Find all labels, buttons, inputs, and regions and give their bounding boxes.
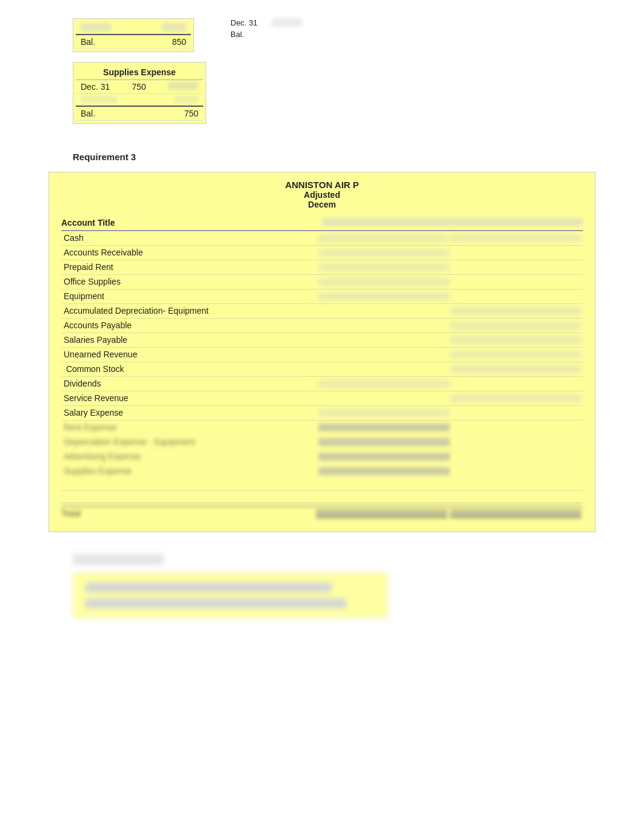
atb-row-advertising-expense: Advertising Expense: [61, 450, 583, 464]
credit-equipment: [451, 291, 583, 302]
credit-dividends: [451, 379, 583, 389]
credit-accum-depr: [450, 307, 582, 315]
total-credit: [450, 510, 582, 518]
credit-unearned-revenue: [450, 351, 582, 359]
atb-column-headers: Account Title: [61, 214, 583, 231]
account-name-accum-depr: Accumulated Depreciation- Equipment: [61, 306, 317, 316]
account-name-salary-expense: Salary Expense: [61, 408, 317, 418]
atb-row-supplies-expense: Supplies Expense: [61, 464, 583, 479]
debit-ap: [317, 320, 449, 331]
credit-common-stock: [450, 365, 582, 373]
atb-total-row: Total: [61, 505, 583, 519]
left-t-account: Bal. 850: [73, 18, 194, 52]
credit-salary-expense: [451, 408, 583, 418]
debit-unearned-revenue: [317, 350, 449, 360]
atb-header: ANNISTON AIR P Adjusted Decem: [61, 180, 583, 209]
requirement4-box: [73, 572, 388, 618]
bal-row-right: Bal.: [230, 30, 302, 39]
account-name-service-revenue: Service Revenue: [61, 393, 317, 404]
bal-val-right: [272, 30, 302, 39]
credit-supplies-expense: [451, 466, 583, 476]
blank-left: [81, 96, 117, 103]
account-name-equipment: Equipment: [61, 291, 317, 302]
requirement4-section: [73, 554, 620, 618]
credit-salaries-payable: [450, 336, 582, 344]
dec31-label: Dec. 31: [230, 18, 267, 27]
debit-accum-depr: [317, 306, 449, 316]
atb-row-accum-depr: Accumulated Depreciation- Equipment: [61, 304, 583, 319]
requirement3-heading: Requirement 3: [73, 152, 620, 162]
debit-common-stock: [317, 364, 449, 374]
account-name-rent-expense: Rent Expense: [61, 422, 317, 433]
debit-service-revenue: [317, 393, 449, 404]
debit-depr-expense: [318, 438, 450, 446]
bal-label-right: Bal.: [230, 30, 267, 39]
account-name-supplies-expense: Supplies Expense: [61, 466, 317, 476]
col-header-credit: [452, 218, 583, 226]
supplies-expense-section: Supplies Expense Dec. 31 750 Bal. 750: [24, 52, 620, 134]
debit-office-supplies: [318, 278, 450, 286]
debit-supplies-expense: [318, 467, 450, 475]
row-label: [81, 23, 111, 32]
col-header-debit: [322, 218, 452, 226]
t-account-balance-row: Bal. 850: [76, 34, 191, 49]
account-name-cash: Cash: [61, 233, 316, 243]
debit-advertising-expense: [318, 453, 450, 461]
credit-service-revenue: [450, 394, 582, 402]
atb-row-equipment: Equipment: [61, 289, 583, 304]
requirement4-heading: [73, 554, 164, 565]
atb-period: Decem: [61, 200, 583, 209]
row-value: [162, 23, 186, 32]
atb-row-service-revenue: Service Revenue: [61, 391, 583, 406]
right-t-account-info: Dec. 31 Bal.: [230, 18, 302, 52]
account-name-office-supplies: Office Supplies: [61, 277, 317, 287]
blank-right: [174, 96, 198, 103]
account-name-ar: Accounts Receivable: [61, 248, 317, 258]
total-debit: [316, 510, 448, 518]
credit-advertising-expense: [451, 451, 583, 462]
credit-ar: [451, 248, 583, 258]
atb-row-salary-expense: Salary Expense: [61, 406, 583, 421]
credit-rent-expense: [451, 422, 583, 433]
account-name-dividends: Dividends: [61, 379, 317, 389]
adjusted-trial-balance-table: ANNISTON AIR P Adjusted Decem Account Ti…: [49, 172, 595, 532]
atb-row-accounts-payable: Accounts Payable: [61, 319, 583, 333]
col-header-account: Account Title: [61, 218, 322, 228]
debit-salaries-payable: [317, 335, 449, 345]
supplies-expense-t-account: Supplies Expense Dec. 31 750 Bal. 750: [73, 62, 206, 124]
supplies-blank-row: [76, 94, 203, 106]
atb-row-salaries-payable: Salaries Payable: [61, 333, 583, 348]
atb-row-cash: Cash: [61, 231, 583, 246]
supplies-balance-row: Bal. 750: [76, 106, 203, 121]
credit-office-supplies: [451, 277, 583, 287]
req4-line-2: [86, 598, 346, 608]
atb-row-dividends: Dividends: [61, 377, 583, 391]
atb-row-office-supplies: Office Supplies: [61, 275, 583, 289]
debit-rent-expense: [318, 424, 450, 431]
credit-prepaid-rent: [451, 262, 583, 272]
bal-value: 850: [172, 37, 186, 47]
atb-row-rent-expense: Rent Expense: [61, 421, 583, 435]
atb-row-accounts-receivable: Accounts Receivable: [61, 246, 583, 260]
right-side-blur: [168, 82, 198, 90]
credit-depr-expense: [451, 437, 583, 447]
dec31-val: [272, 18, 302, 27]
account-name-ap: Accounts Payable: [61, 320, 317, 331]
supplies-expense-title: Supplies Expense: [76, 65, 203, 80]
atb-blank-row-1: [61, 479, 583, 491]
debit-dividends: [318, 380, 450, 388]
account-name-unearned-revenue: Unearned Revenue: [61, 350, 317, 360]
debit-ar: [318, 249, 450, 257]
debit-cash: [317, 234, 448, 242]
bal-label: Bal.: [81, 109, 95, 118]
debit-equipment: [318, 292, 450, 300]
atb-row-depr-expense: Depreciation Expense - Equipment: [61, 435, 583, 450]
atb-row-prepaid-rent: Prepaid Rent: [61, 260, 583, 275]
bal-value: 750: [184, 109, 198, 118]
debit-prepaid-rent: [318, 263, 450, 271]
total-label: Total: [61, 509, 315, 519]
atb-blank-row-2: [61, 491, 583, 503]
account-name-advertising-expense: Advertising Expense: [61, 451, 317, 462]
company-name: ANNISTON AIR P: [61, 180, 583, 190]
dec31-label: Dec. 31: [81, 82, 110, 92]
